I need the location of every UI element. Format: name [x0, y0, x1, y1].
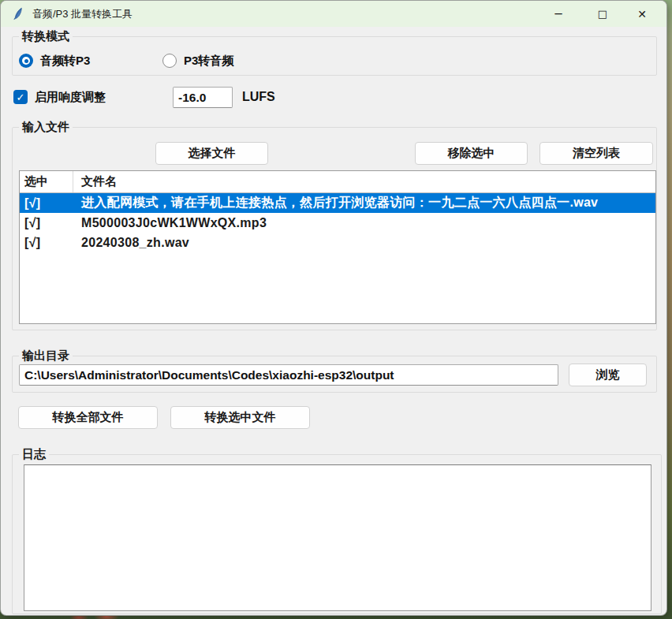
- convert-all-label: 转换全部文件: [53, 410, 124, 425]
- convert-selected-button[interactable]: 转换选中文件: [170, 406, 310, 429]
- browse-label: 浏览: [596, 367, 620, 382]
- row-check-mark: [√]: [20, 216, 73, 230]
- loudness-checkbox-label: 启用响度调整: [35, 90, 106, 105]
- radio-audio-to-p3[interactable]: 音频转P3: [19, 51, 90, 70]
- app-window: 音频/P3 批量转换工具 ─ □ ✕ 转换模式 音频转P3 P3转音频 ✓ 启用…: [0, 0, 667, 616]
- radio-p3-to-audio-label: P3转音频: [184, 54, 233, 69]
- column-header-filename[interactable]: 文件名: [73, 171, 655, 192]
- titlebar: 音频/P3 批量转换工具 ─ □ ✕: [1, 1, 666, 27]
- window-title: 音频/P3 批量转换工具: [32, 7, 133, 21]
- lufs-label: LUFS: [242, 90, 275, 104]
- loudness-input[interactable]: [173, 87, 233, 108]
- row-check-mark: [√]: [20, 196, 73, 211]
- log-groupbox: 日志: [12, 454, 662, 614]
- convert-selected-label: 转换选中文件: [205, 410, 276, 425]
- select-files-label: 选择文件: [189, 146, 236, 161]
- minimize-icon: ─: [554, 7, 562, 21]
- output-dir-input[interactable]: [19, 364, 558, 386]
- convert-all-button[interactable]: 转换全部文件: [18, 406, 158, 429]
- check-glyph: ✓: [17, 91, 25, 103]
- row-filename: 20240308_zh.wav: [73, 236, 655, 250]
- close-icon: ✕: [637, 8, 647, 21]
- file-table-header: 选中 文件名: [20, 171, 655, 193]
- clear-list-label: 清空列表: [573, 146, 620, 161]
- output-dir-groupbox: 输出目录 浏览: [12, 356, 657, 393]
- close-button[interactable]: ✕: [622, 1, 662, 27]
- column-header-checked[interactable]: 选中: [20, 171, 73, 192]
- remove-selected-label: 移除选中: [448, 146, 495, 161]
- maximize-button[interactable]: □: [583, 1, 622, 27]
- file-table: 选中 文件名 [√] 进入配网模式，请在手机上连接热点，然后打开浏览器访问：一九…: [19, 170, 656, 324]
- log-group-label: 日志: [19, 447, 49, 462]
- checkbox-checked-icon: ✓: [13, 90, 28, 104]
- radio-unselected-icon: [162, 54, 177, 68]
- output-dir-group-label: 输出目录: [19, 349, 73, 364]
- table-row[interactable]: [√] 进入配网模式，请在手机上连接热点，然后打开浏览器访问：一九二点一六八点四…: [20, 193, 655, 213]
- input-files-groupbox: 输入文件 选择文件 移除选中 清空列表 选中 文件名 [√] 进入配网模式，请在…: [12, 127, 657, 330]
- radio-audio-to-p3-label: 音频转P3: [40, 54, 90, 69]
- maximize-icon: □: [598, 8, 607, 20]
- select-files-button[interactable]: 选择文件: [155, 142, 268, 165]
- remove-selected-button[interactable]: 移除选中: [415, 142, 528, 165]
- row-filename: 进入配网模式，请在手机上连接热点，然后打开浏览器访问：一九二点一六八点四点一.w…: [73, 195, 655, 211]
- mode-group-label: 转换模式: [19, 29, 73, 44]
- minimize-button[interactable]: ─: [539, 1, 578, 27]
- table-row[interactable]: [√] 20240308_zh.wav: [20, 233, 655, 252]
- mode-groupbox: 转换模式 音频转P3 P3转音频: [12, 36, 657, 76]
- browse-button[interactable]: 浏览: [569, 364, 647, 386]
- table-row[interactable]: [√] M500003J0cWK1WWxQX.mp3: [20, 213, 655, 233]
- radio-selected-icon: [19, 54, 33, 68]
- clear-list-button[interactable]: 清空列表: [539, 142, 653, 165]
- loudness-checkbox-row[interactable]: ✓ 启用响度调整: [13, 88, 106, 106]
- row-filename: M500003J0cWK1WWxQX.mp3: [73, 216, 655, 230]
- radio-p3-to-audio[interactable]: P3转音频: [162, 51, 233, 70]
- log-textarea[interactable]: [24, 464, 651, 611]
- row-check-mark: [√]: [20, 236, 73, 250]
- input-files-group-label: 输入文件: [19, 120, 73, 135]
- python-feather-icon: [11, 7, 24, 21]
